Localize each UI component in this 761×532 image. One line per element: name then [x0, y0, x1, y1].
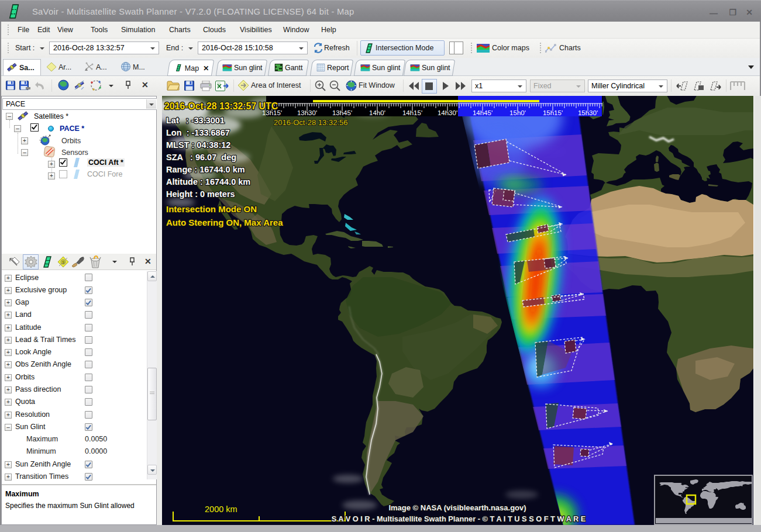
svg-text:Image © NASA (visibleearth.nas: Image © NASA (visibleearth.nasa.gov)	[388, 503, 526, 512]
svg-text:14h15': 14h15'	[402, 109, 422, 116]
svg-text:15h15': 15h15'	[543, 109, 563, 116]
svg-text:SZA : 96.07 deg: SZA : 96.07 deg	[166, 153, 236, 162]
svg-text:15h30': 15h30'	[578, 109, 598, 116]
svg-text:Lat : -33.3001: Lat : -33.3001	[166, 116, 225, 125]
svg-text:Lon : -133.6867: Lon : -133.6867	[166, 128, 230, 137]
svg-text:Intersection Mode ON: Intersection Mode ON	[166, 204, 257, 214]
svg-text:S A V O I R - Multisatellite S: S A V O I R - Multisatellite Swath Plann…	[332, 514, 586, 523]
svg-text:14h0': 14h0'	[369, 109, 385, 116]
svg-text:2016-Oct-28 13:32:56: 2016-Oct-28 13:32:56	[274, 118, 347, 127]
svg-text:15h0': 15h0'	[509, 109, 526, 116]
svg-text:Auto Steering ON, Max Area: Auto Steering ON, Max Area	[166, 217, 283, 227]
svg-text:9: 9	[62, 260, 64, 264]
svg-text:MLST : 04:38:12: MLST : 04:38:12	[166, 140, 230, 150]
svg-text:2016-Oct-28 13:32:57 UTC: 2016-Oct-28 13:32:57 UTC	[164, 101, 278, 111]
svg-text:13h45': 13h45'	[332, 109, 352, 116]
svg-text:Altitude : 16744.0 km: Altitude : 16744.0 km	[166, 177, 250, 186]
svg-text:14h45': 14h45'	[473, 109, 493, 116]
svg-text:Range : 16744.0 km: Range : 16744.0 km	[166, 165, 245, 174]
svg-text:14h30': 14h30'	[438, 109, 457, 116]
svg-text:13h30': 13h30'	[297, 109, 317, 116]
svg-text:Height : 0 meters: Height : 0 meters	[166, 189, 235, 199]
svg-text:2000 km: 2000 km	[205, 505, 237, 514]
